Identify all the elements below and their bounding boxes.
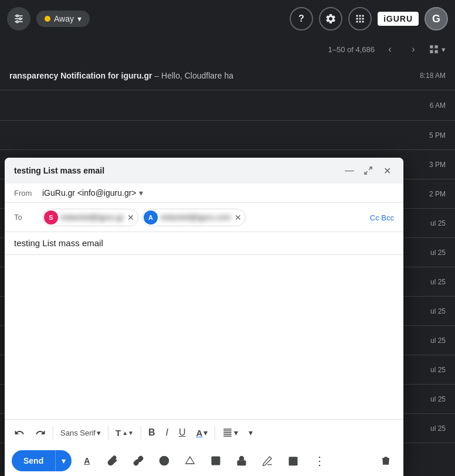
email-time: ul 25 [416,307,446,315]
minimize-button[interactable]: — [342,164,356,178]
schedule-button[interactable] [283,450,304,471]
pagination-text: 1–50 of 4,686 [328,45,375,54]
font-size-icon: T [116,428,121,438]
apps-button[interactable] [348,7,372,30]
compose-body[interactable] [5,255,403,419]
font-color-button[interactable]: A ▾ [192,423,213,442]
svg-point-10 [359,18,361,19]
to-label: To [14,213,38,222]
email-time: ul 25 [416,424,446,433]
email-time: ul 25 [416,249,446,257]
email-subject: ransparency Notification for iguru.gr – … [9,71,416,80]
bold-button[interactable]: B [144,423,160,442]
undo-button[interactable] [9,423,29,442]
recipient-email-2: redacted@iguru.com [160,213,231,222]
away-button[interactable]: Away ▾ [36,11,90,27]
font-size-dropdown-icon: ▲▼ [122,430,134,436]
help-button[interactable]: ? [290,7,313,30]
email-time: ul 25 [416,336,446,345]
recipient-email-1: redacted@iguru.gr [60,213,124,222]
prev-page-button[interactable]: ‹ [382,41,398,57]
recipient-avatar-1: S [44,210,58,225]
email-time: ul 25 [416,395,446,403]
close-button[interactable]: ✕ [380,164,394,178]
more-format-icon: ▾ [249,428,253,437]
from-dropdown-icon[interactable]: ▾ [139,188,143,198]
drive-button[interactable] [179,450,201,471]
delete-button[interactable] [375,450,396,471]
link-button[interactable] [128,450,149,471]
toolbar-divider-3 [141,426,141,440]
send-button[interactable]: Send [12,450,55,471]
email-time: ul 25 [416,278,446,286]
italic-button[interactable]: I [161,423,173,442]
svg-point-7 [359,15,361,16]
underline-button[interactable]: U [174,423,191,442]
recipient-avatar-2: A [144,210,158,225]
next-page-button[interactable]: › [405,41,422,57]
font-family-label: Sans Serif [60,429,96,437]
from-value: iGuRu.gr <info@iguru.gr> ▾ [42,188,143,198]
modal-controls: — ✕ [342,164,394,178]
pagination-bar: 1–50 of 4,686 ‹ › ▾ [0,38,455,61]
email-time: ul 25 [416,219,446,227]
format-text-button[interactable]: A [76,450,97,471]
subject-input[interactable] [14,238,394,248]
signature-button[interactable] [257,450,278,471]
attach-button[interactable] [102,450,123,471]
email-item[interactable]: 5 PM [0,121,455,150]
settings-button[interactable] [319,7,342,30]
send-button-group: Send ▾ [12,450,72,471]
font-size-button[interactable]: T ▲▼ [111,423,138,442]
email-time: 6 AM [416,101,446,110]
compose-modal: testing List mass email — ✕ From iGuRu.g… [5,158,403,476]
expand-button[interactable] [361,164,375,178]
toolbar-divider-4 [215,426,215,440]
svg-point-5 [16,21,18,22]
svg-point-13 [359,21,361,22]
photo-button[interactable] [205,450,226,471]
email-time: ul 25 [416,366,446,374]
font-family-dropdown-icon: ▾ [97,429,101,437]
email-item[interactable]: ransparency Notification for iguru.gr – … [0,61,455,90]
svg-point-8 [362,15,364,16]
recipient-remove-2[interactable]: ✕ [233,213,243,222]
to-chips: S redacted@iguru.gr ✕ A redacted@iguru.c… [42,209,394,226]
align-button[interactable]: ▾ [218,423,243,442]
toolbar-divider-1 [53,426,53,440]
svg-rect-18 [435,50,438,53]
svg-point-25 [213,458,215,460]
from-address: iGuRu.gr <info@iguru.gr> [42,188,137,198]
svg-rect-27 [289,457,298,465]
more-format-button[interactable]: ▾ [244,423,257,442]
email-time: 3 PM [416,161,446,169]
svg-rect-16 [435,45,438,48]
away-chevron: ▾ [77,14,82,23]
recipient-chip-1[interactable]: S redacted@iguru.gr ✕ [42,209,138,226]
top-bar-left: Away ▾ [7,7,90,30]
compose-to-field: To S redacted@iguru.gr ✕ A redacted@igur… [5,203,403,232]
view-toggle[interactable]: ▾ [429,44,446,55]
formatting-toolbar: Sans Serif ▾ T ▲▼ B I U A ▾ ▾ ▾ [5,419,403,446]
more-options-button[interactable]: ⋮ [308,450,330,471]
sliders-button[interactable] [7,7,30,30]
font-family-button[interactable]: Sans Serif ▾ [56,423,106,442]
redo-button[interactable] [30,423,50,442]
recipient-remove-1[interactable]: ✕ [126,213,135,222]
away-label: Away [54,14,74,23]
toolbar-divider-2 [108,426,108,440]
emoji-button[interactable] [154,450,175,471]
top-bar: Away ▾ ? iGURU G [0,0,455,38]
email-item[interactable]: 6 AM [0,90,455,121]
brand-badge: iGURU [378,12,419,26]
confidential-button[interactable] [231,450,252,471]
recipient-chip-2[interactable]: A redacted@iguru.com ✕ [142,209,246,226]
avatar[interactable]: G [425,7,448,30]
email-time: 8:18 AM [416,72,446,80]
send-dropdown-button[interactable]: ▾ [55,450,72,471]
font-color-icon: A [196,428,203,438]
svg-point-11 [362,18,364,19]
svg-point-9 [356,18,358,19]
send-dropdown-icon: ▾ [62,456,66,465]
cc-bcc-button[interactable]: Cc Bcc [370,213,394,222]
